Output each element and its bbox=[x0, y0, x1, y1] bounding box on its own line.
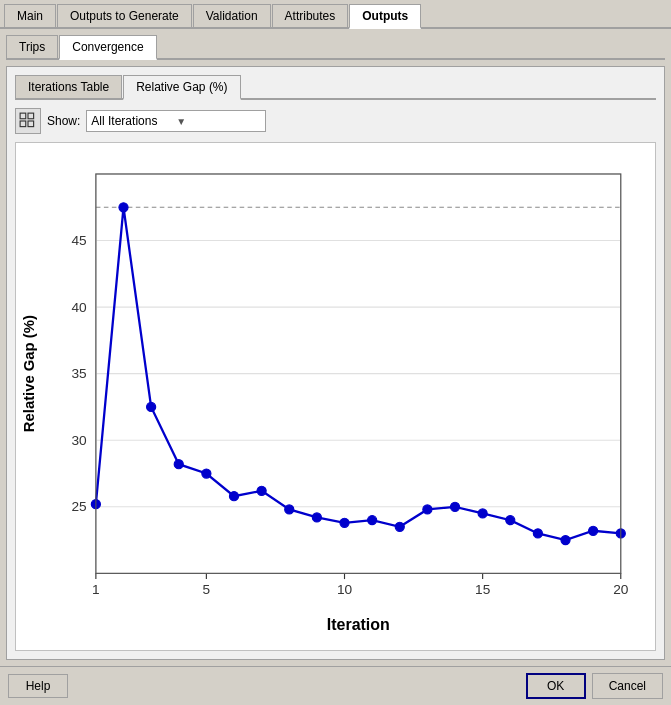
svg-text:5: 5 bbox=[203, 582, 211, 597]
dropdown-arrow-icon: ▼ bbox=[176, 116, 261, 127]
main-content: TripsConvergence Iterations TableRelativ… bbox=[0, 29, 671, 666]
top-tab-validation[interactable]: Validation bbox=[193, 4, 271, 27]
svg-point-40 bbox=[450, 502, 459, 511]
top-tab-bar: MainOutputs to GenerateValidationAttribu… bbox=[0, 0, 671, 29]
svg-point-45 bbox=[589, 526, 598, 535]
inner-tab-bar: Iterations TableRelative Gap (%) bbox=[15, 75, 656, 100]
svg-point-41 bbox=[478, 509, 487, 518]
svg-text:Iteration: Iteration bbox=[327, 616, 390, 633]
top-tab-outputs-to-generate[interactable]: Outputs to Generate bbox=[57, 4, 192, 27]
svg-text:Relative Gap (%): Relative Gap (%) bbox=[21, 315, 37, 432]
svg-point-44 bbox=[561, 536, 570, 545]
svg-point-36 bbox=[340, 518, 349, 527]
svg-rect-1 bbox=[28, 113, 34, 119]
svg-point-39 bbox=[423, 505, 432, 514]
svg-point-34 bbox=[285, 505, 294, 514]
svg-point-31 bbox=[202, 469, 211, 478]
svg-point-30 bbox=[174, 460, 183, 469]
svg-point-37 bbox=[368, 516, 377, 525]
svg-point-43 bbox=[533, 529, 542, 538]
svg-text:10: 10 bbox=[337, 582, 353, 597]
ok-button[interactable]: OK bbox=[526, 673, 586, 699]
top-tab-main[interactable]: Main bbox=[4, 4, 56, 27]
show-dropdown[interactable]: All Iterations ▼ bbox=[86, 110, 266, 132]
svg-rect-2 bbox=[20, 121, 26, 127]
svg-text:35: 35 bbox=[72, 366, 88, 381]
svg-text:20: 20 bbox=[613, 582, 629, 597]
svg-point-42 bbox=[506, 516, 515, 525]
svg-text:25: 25 bbox=[72, 499, 88, 514]
svg-text:30: 30 bbox=[72, 433, 88, 448]
show-row: Show: All Iterations ▼ bbox=[15, 108, 656, 134]
svg-text:1: 1 bbox=[92, 582, 100, 597]
bottom-bar-right: OK Cancel bbox=[526, 673, 663, 699]
chart-svg: 253035404515101520IterationRelative Gap … bbox=[16, 143, 655, 650]
sub-tab-convergence[interactable]: Convergence bbox=[59, 35, 156, 60]
top-tab-outputs[interactable]: Outputs bbox=[349, 4, 421, 29]
bottom-bar: Help OK Cancel bbox=[0, 666, 671, 705]
svg-point-35 bbox=[312, 513, 321, 522]
grid-icon-button[interactable] bbox=[15, 108, 41, 134]
svg-rect-3 bbox=[28, 121, 34, 127]
svg-text:40: 40 bbox=[72, 300, 88, 315]
panel-box: Iterations TableRelative Gap (%) Show: A… bbox=[6, 66, 665, 660]
sub-tab-bar: TripsConvergence bbox=[6, 35, 665, 60]
inner-tab-iterations-table[interactable]: Iterations Table bbox=[15, 75, 122, 98]
top-tab-attributes[interactable]: Attributes bbox=[272, 4, 349, 27]
svg-point-38 bbox=[395, 522, 404, 531]
cancel-button[interactable]: Cancel bbox=[592, 673, 663, 699]
svg-point-32 bbox=[229, 492, 238, 501]
svg-point-33 bbox=[257, 486, 266, 495]
svg-point-28 bbox=[119, 203, 128, 212]
svg-text:45: 45 bbox=[72, 233, 88, 248]
help-button[interactable]: Help bbox=[8, 674, 68, 698]
chart-area: 253035404515101520IterationRelative Gap … bbox=[15, 142, 656, 651]
sub-tab-trips[interactable]: Trips bbox=[6, 35, 58, 58]
svg-text:15: 15 bbox=[475, 582, 491, 597]
show-dropdown-value: All Iterations bbox=[91, 114, 176, 128]
show-label: Show: bbox=[47, 114, 80, 128]
svg-point-29 bbox=[147, 402, 156, 411]
inner-tab-relative-gap----[interactable]: Relative Gap (%) bbox=[123, 75, 240, 100]
svg-rect-0 bbox=[20, 113, 26, 119]
